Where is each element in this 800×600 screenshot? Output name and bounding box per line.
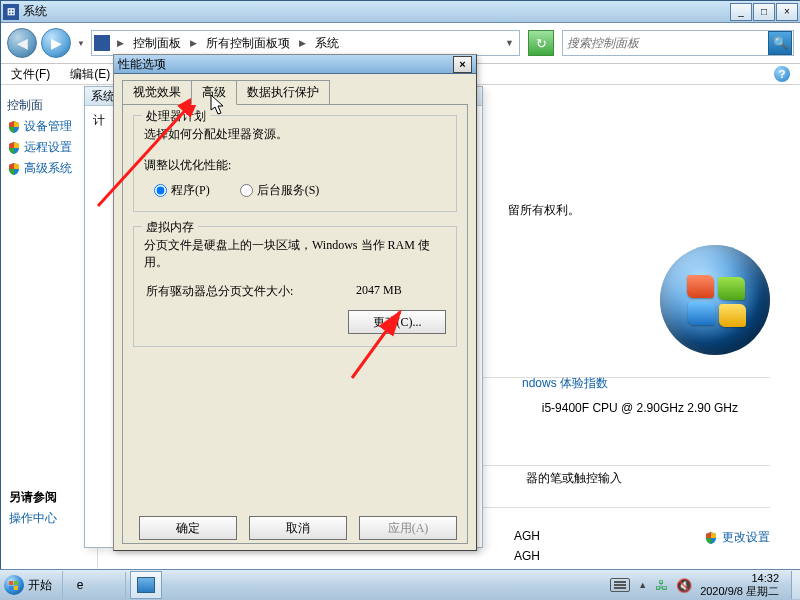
clock-date: 2020/9/8 星期二 xyxy=(700,585,779,598)
ie-icon[interactable]: e xyxy=(67,572,93,598)
change-settings-link[interactable]: 更改设置 xyxy=(722,529,770,546)
breadcrumb[interactable]: ▶ 控制面板 ▶ 所有控制面板项 ▶ 系统 ▼ xyxy=(91,30,520,56)
dialog-titlebar[interactable]: 性能选项 × xyxy=(114,55,476,74)
minimize-button[interactable]: _ xyxy=(730,3,752,21)
radio-background[interactable]: 后台服务(S) xyxy=(240,182,320,199)
adjust-label: 调整以优化性能: xyxy=(144,157,446,174)
crumb-control-panel[interactable]: 控制面板 xyxy=(127,32,187,54)
tab-dep[interactable]: 数据执行保护 xyxy=(236,80,330,104)
computer-name: AGH xyxy=(514,529,540,543)
vm-desc: 分页文件是硬盘上的一块区域，Windows 当作 RAM 使用。 xyxy=(144,237,446,271)
dialog-close-button[interactable]: × xyxy=(453,56,472,73)
vm-change-button[interactable]: 更改(C)... xyxy=(348,310,446,334)
chevron-right-icon[interactable]: ▶ xyxy=(114,38,127,48)
ok-button[interactable]: 确定 xyxy=(139,516,237,540)
window-title: 系统 xyxy=(23,3,730,20)
nav-history-dropdown[interactable]: ▼ xyxy=(75,29,87,57)
vm-total-label: 所有驱动器总分页文件大小: xyxy=(146,283,356,300)
shield-icon xyxy=(704,531,718,545)
full-name: AGH xyxy=(514,549,540,563)
group-legend: 虚拟内存 xyxy=(142,219,198,236)
performance-options-dialog: 性能选项 × 视觉效果 高级 数据执行保护 处理器计划 选择如何分配处理器资源。… xyxy=(113,54,477,551)
chevron-right-icon[interactable]: ▶ xyxy=(187,38,200,48)
start-orb-icon xyxy=(4,575,24,595)
menu-edit[interactable]: 编辑(E) xyxy=(64,64,116,85)
show-desktop-button[interactable] xyxy=(791,571,800,599)
dialog-button-row: 确定 取消 应用(A) xyxy=(114,516,476,540)
dialog-tabs: 视觉效果 高级 数据执行保护 xyxy=(122,80,476,104)
cpu-info: i5-9400F CPU @ 2.90GHz 2.90 GHz xyxy=(542,401,738,415)
menu-file[interactable]: 文件(F) xyxy=(5,64,56,85)
back-button[interactable]: ◀ xyxy=(7,28,37,58)
start-button[interactable]: 开始 xyxy=(0,571,63,599)
radio-programs[interactable]: 程序(P) xyxy=(154,182,210,199)
network-icon[interactable]: 🖧 xyxy=(655,578,668,593)
vm-total-value: 2047 MB xyxy=(356,283,446,300)
system-tray: ▲ 🖧 🔇 14:32 2020/9/8 星期二 xyxy=(604,572,787,598)
pen-touch-info: 器的笔或触控输入 xyxy=(526,470,622,487)
rights-text: 留所有权利。 xyxy=(508,202,580,219)
start-label: 开始 xyxy=(28,577,52,594)
divider xyxy=(470,367,770,388)
forward-button[interactable]: ▶ xyxy=(41,28,71,58)
chevron-down-icon[interactable]: ▼ xyxy=(502,38,517,48)
shield-icon xyxy=(7,120,21,134)
windows-logo xyxy=(660,245,770,355)
task-system-window[interactable] xyxy=(130,571,162,599)
virtual-memory-group: 虚拟内存 分页文件是硬盘上的一块区域，Windows 当作 RAM 使用。 所有… xyxy=(133,226,457,347)
tab-visual-effects[interactable]: 视觉效果 xyxy=(122,80,192,104)
explorer-icon[interactable] xyxy=(95,572,121,598)
volume-icon[interactable]: 🔇 xyxy=(676,578,692,593)
sched-desc: 选择如何分配处理器资源。 xyxy=(144,126,446,143)
shield-icon xyxy=(7,162,21,176)
radio-background-input[interactable] xyxy=(240,184,253,197)
monitor-icon xyxy=(137,577,155,593)
search-box[interactable]: 🔍 xyxy=(562,30,794,56)
tab-system[interactable]: 系统 xyxy=(91,88,115,105)
advanced-tab-panel: 处理器计划 选择如何分配处理器资源。 调整以优化性能: 程序(P) 后台服务(S… xyxy=(122,104,468,544)
processor-scheduling-group: 处理器计划 选择如何分配处理器资源。 调整以优化性能: 程序(P) 后台服务(S… xyxy=(133,115,457,212)
keyboard-icon[interactable] xyxy=(610,578,630,592)
group-legend: 处理器计划 xyxy=(142,108,210,125)
search-button[interactable]: 🔍 xyxy=(768,31,792,55)
titlebar[interactable]: ⊞ 系统 _ □ × xyxy=(1,1,800,23)
see-also: 另请参阅 操作中心 xyxy=(9,489,57,531)
clock-time: 14:32 xyxy=(700,572,779,585)
chevron-right-icon[interactable]: ▶ xyxy=(296,38,309,48)
divider xyxy=(470,497,770,518)
quick-launch: e xyxy=(63,572,126,598)
radio-programs-input[interactable] xyxy=(154,184,167,197)
cancel-button[interactable]: 取消 xyxy=(249,516,347,540)
help-icon[interactable]: ? xyxy=(774,66,790,82)
maximize-button[interactable]: □ xyxy=(753,3,775,21)
search-input[interactable] xyxy=(563,36,768,50)
dialog-title: 性能选项 xyxy=(118,56,453,73)
wei-link[interactable]: ndows 体验指数 xyxy=(522,376,608,390)
see-also-header: 另请参阅 xyxy=(9,489,57,506)
close-button[interactable]: × xyxy=(776,3,798,21)
crumb-system[interactable]: 系统 xyxy=(309,32,345,54)
clock[interactable]: 14:32 2020/9/8 星期二 xyxy=(700,572,781,598)
crumb-all-items[interactable]: 所有控制面板项 xyxy=(200,32,296,54)
system-icon: ⊞ xyxy=(3,4,19,20)
tray-expand-icon[interactable]: ▲ xyxy=(638,580,647,590)
apply-button[interactable]: 应用(A) xyxy=(359,516,457,540)
tab-advanced[interactable]: 高级 xyxy=(191,80,237,105)
nav-action-center[interactable]: 操作中心 xyxy=(9,510,57,527)
refresh-button[interactable]: ↻ xyxy=(528,30,554,56)
computer-icon xyxy=(94,35,110,51)
taskbar[interactable]: 开始 e ▲ 🖧 🔇 14:32 2020/9/8 星期二 xyxy=(0,569,800,600)
shield-icon xyxy=(7,141,21,155)
